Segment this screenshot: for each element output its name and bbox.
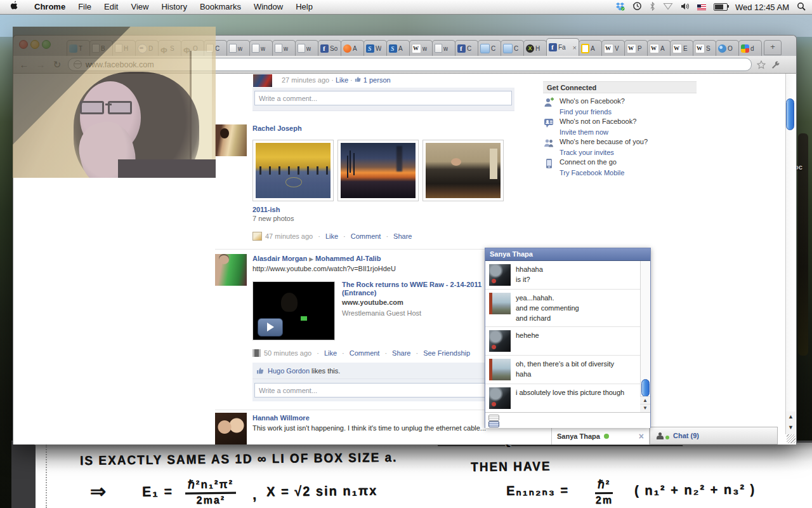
album-photo[interactable] — [252, 140, 334, 201]
scroll-up-icon[interactable]: ▲ — [786, 411, 796, 422]
play-button-icon[interactable] — [258, 318, 283, 337]
like-link[interactable]: Like — [324, 349, 337, 357]
wall-arrow-icon: ▶ — [307, 256, 315, 262]
browser-tab[interactable]: C — [455, 40, 478, 56]
browser-tab[interactable]: So — [318, 40, 341, 56]
close-icon[interactable]: × — [639, 431, 644, 441]
menu-bar-clock[interactable]: Wed 12:45 AM — [735, 3, 789, 12]
album-photo[interactable] — [422, 140, 504, 201]
browser-tab[interactable]: w — [409, 40, 433, 56]
video-thumbnail[interactable] — [252, 281, 335, 340]
post-recipient-link[interactable]: Mohammed Al-Talib — [315, 255, 381, 262]
chat-tab-sanya[interactable]: Sanya Thapa × — [551, 427, 650, 444]
comment-input[interactable] — [254, 91, 512, 105]
menu-view[interactable]: View — [124, 0, 155, 14]
see-friendship-link[interactable]: See Friendship — [423, 349, 470, 357]
page-scroll-arrows[interactable]: ▲ ▼ — [785, 411, 796, 434]
menu-help[interactable]: Help — [289, 0, 319, 14]
browser-tab[interactable]: C — [478, 40, 501, 56]
comment-input[interactable] — [254, 383, 512, 398]
menu-window[interactable]: Window — [247, 0, 289, 14]
tab-title: C — [491, 45, 495, 52]
album-photo[interactable] — [337, 140, 419, 201]
handwriting-implies-arrow: ⇒ — [90, 480, 106, 502]
comment-link[interactable]: Comment — [351, 232, 381, 240]
avatar[interactable] — [215, 413, 247, 444]
sidebar-action-link[interactable]: Invite them now — [560, 128, 608, 136]
spotlight-icon[interactable] — [797, 2, 806, 13]
avatar[interactable] — [215, 254, 247, 286]
post-author-link[interactable]: Hannah Willmore — [252, 414, 310, 422]
share-link[interactable]: Share — [392, 349, 410, 357]
chat-scrollbar-thumb[interactable] — [641, 379, 650, 397]
browser-tab[interactable]: d — [738, 40, 762, 56]
browser-tab[interactable]: w — [226, 40, 250, 56]
bluetooth-icon[interactable] — [650, 2, 655, 13]
chat-bar[interactable]: Chat (9) — [650, 427, 778, 444]
avatar[interactable] — [215, 124, 247, 156]
post-author-link[interactable]: Rachel Joseph — [252, 124, 302, 132]
scroll-down-icon[interactable]: ▼ — [786, 422, 796, 433]
menu-chrome[interactable]: Chrome — [28, 0, 72, 14]
tab-title: S — [706, 45, 710, 52]
post-time: 27 minutes ago — [282, 76, 329, 84]
album-title-link[interactable]: 2011-ish — [252, 206, 280, 213]
browser-tab[interactable]: S — [693, 40, 716, 56]
wrench-menu-icon[interactable] — [771, 60, 780, 69]
tab-title: C — [215, 45, 219, 52]
sidebar-action-link[interactable]: Find your friends — [560, 108, 612, 116]
tab-title: A — [353, 45, 357, 52]
browser-tab[interactable]: E — [670, 40, 693, 56]
post-author-link[interactable]: Alasdair Morgan — [252, 255, 307, 262]
browser-tab[interactable]: A — [341, 40, 364, 56]
apple-menu-icon[interactable] — [0, 0, 28, 14]
comment-link[interactable]: Comment — [350, 349, 380, 357]
likers-link[interactable]: 1 person — [363, 76, 391, 84]
like-link[interactable]: Like — [325, 232, 338, 240]
wifi-icon[interactable] — [663, 3, 673, 12]
scroll-down-icon[interactable]: ▼ — [640, 404, 650, 412]
chat-scrollbar[interactable]: ▲ ▼ — [640, 261, 650, 412]
wiki-favicon — [412, 44, 421, 53]
like-link[interactable]: Like — [336, 76, 348, 84]
video-title-link[interactable]: The Rock returns to WWE Raw - 2-14-2011 … — [342, 281, 494, 297]
bookmark-star-icon[interactable] — [757, 60, 766, 69]
browser-tab[interactable]: H — [523, 40, 547, 56]
new-tab-button[interactable]: + — [764, 40, 782, 55]
post-thumbnail[interactable] — [253, 74, 272, 87]
sidebar-action-link[interactable]: Try Facebook Mobile — [560, 169, 624, 177]
battery-icon[interactable] — [714, 3, 728, 11]
menu-edit[interactable]: Edit — [98, 0, 124, 14]
resize-grip[interactable] — [787, 434, 796, 443]
browser-tab[interactable]: C — [501, 40, 524, 56]
browser-tab[interactable]: A — [647, 40, 671, 56]
shared-link-text[interactable]: http://www.youtube.com/watch?v=BIl1rjoHd… — [252, 265, 396, 272]
tab-active-facebook[interactable]: Fa× — [546, 38, 579, 56]
menu-file[interactable]: File — [72, 0, 98, 14]
browser-tab[interactable]: W — [363, 40, 387, 56]
share-link[interactable]: Share — [393, 232, 412, 240]
liker-link[interactable]: Hugo Gordon — [268, 367, 310, 375]
input-language-flag-icon[interactable] — [697, 4, 706, 10]
page-scrollbar-thumb[interactable] — [786, 98, 794, 130]
browser-tab[interactable]: A — [386, 40, 410, 56]
chat-header[interactable]: Sanya Thapa — [485, 248, 650, 261]
tab-close-icon[interactable]: × — [573, 44, 577, 51]
browser-tab[interactable]: O — [716, 40, 739, 56]
menu-bookmarks[interactable]: Bookmarks — [193, 0, 247, 14]
dropbox-icon[interactable] — [615, 2, 625, 13]
browser-tab[interactable]: V — [601, 40, 625, 56]
browser-tab[interactable]: w — [432, 40, 455, 56]
browser-tab[interactable]: w — [249, 40, 273, 56]
browser-tab[interactable]: w — [295, 40, 318, 56]
browser-tab[interactable]: w — [272, 40, 296, 56]
chat-input-area[interactable] — [485, 412, 650, 428]
browser-tab[interactable]: P — [624, 40, 648, 56]
browser-tab[interactable]: A — [579, 40, 602, 56]
volume-icon[interactable] — [681, 3, 690, 12]
menu-history[interactable]: History — [155, 0, 193, 14]
time-machine-icon[interactable] — [632, 1, 642, 13]
page-favicon — [275, 44, 282, 53]
sidebar-action-link[interactable]: Track your invites — [560, 149, 614, 156]
handwriting-eq1-lhs: E₁ = — [142, 483, 173, 500]
